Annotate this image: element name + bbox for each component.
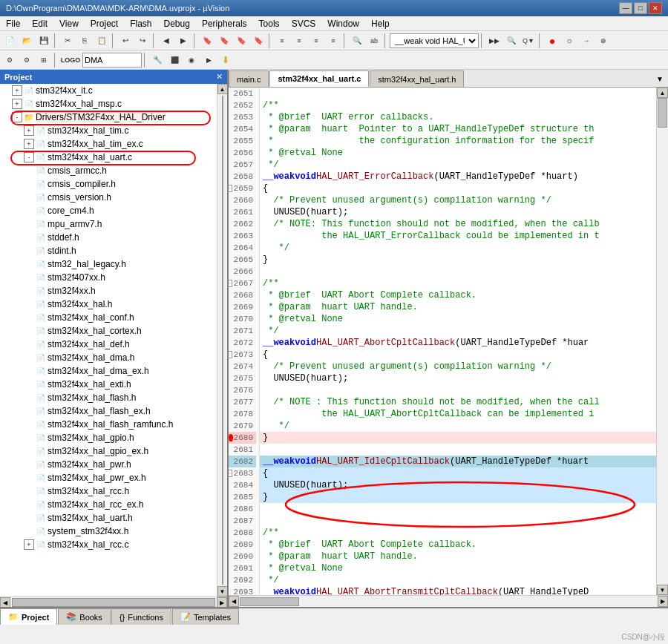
tab-hal-uart-h[interactable]: stm32f4xx_hal_uart.h xyxy=(370,70,464,87)
hscroll-right-arrow[interactable]: ▶ xyxy=(217,597,227,607)
tree-item-hal-gpio-ex[interactable]: 📄 stm32f4xx_hal_gpio_ex.h xyxy=(0,444,217,458)
btab-functions[interactable]: {} Functions xyxy=(111,608,171,625)
expand-icon[interactable]: + xyxy=(12,85,22,96)
menu-view[interactable]: View xyxy=(53,16,85,30)
tree-item-hal-gpio[interactable]: 📄 stm32f4xx_hal_gpio.h xyxy=(0,431,217,444)
minimize-button[interactable]: — xyxy=(619,2,632,14)
tree-item-hal-tim-ex[interactable]: + 📄 stm32f4xx_hal_tim_ex.c xyxy=(0,137,217,151)
collapse-btn-2673[interactable]: - xyxy=(229,351,232,358)
circle-btn[interactable]: ○ xyxy=(561,33,577,49)
tree-item-hal-exti[interactable]: 📄 stm32f4xx_hal_exti.h xyxy=(0,378,217,391)
tree-item-hal-rcc-c[interactable]: + 📄 stm32f4xx_hal_rcc.c xyxy=(0,538,217,551)
arrow-btn[interactable]: → xyxy=(578,33,595,49)
tree-item-hal-flash-ex[interactable]: 📄 stm32f4xx_hal_flash_ex.h xyxy=(0,404,217,418)
btab-books[interactable]: 📚 Books xyxy=(58,608,111,625)
undo-btn[interactable]: ↩ xyxy=(117,33,134,49)
menu-file[interactable]: File xyxy=(0,16,26,30)
cut-btn[interactable]: ✂ xyxy=(59,33,76,49)
target-btn3[interactable]: ⊞ xyxy=(36,52,52,68)
scroll-down-arrow[interactable]: ▼ xyxy=(217,586,228,597)
find-btn[interactable]: 🔍 xyxy=(349,33,365,49)
expand-icon[interactable]: + xyxy=(12,99,22,109)
tree-item-hal-rcc-ex[interactable]: 📄 stm32f4xx_hal_rcc_ex.h xyxy=(0,498,217,511)
search-btn[interactable]: 🔍 xyxy=(503,33,520,49)
copy-btn[interactable]: ⎘ xyxy=(76,33,93,49)
target-btn1[interactable]: ⚙ xyxy=(1,52,18,68)
indent2-btn[interactable]: ≡ xyxy=(291,33,307,49)
tree-item-hal-conf[interactable]: 📄 stm32f4xx_hal_conf.h xyxy=(0,311,217,324)
tree-item-hal-pwr[interactable]: 📄 stm32f4xx_hal_pwr.h xyxy=(0,458,217,471)
save-btn[interactable]: 💾 xyxy=(36,33,52,49)
indent3-btn[interactable]: ≡ xyxy=(308,33,324,49)
menu-help[interactable]: Help xyxy=(365,16,396,30)
code-content[interactable]: /** * @brief UART error callbacks. * @pa… xyxy=(260,88,656,595)
nav-back-btn[interactable]: ◀ xyxy=(158,33,174,49)
paste-btn[interactable]: 📋 xyxy=(94,33,110,49)
chip-btn[interactable]: ⬛ xyxy=(166,52,183,68)
tree-item-stm32f407xx[interactable]: 📄 stm32f407xx.h xyxy=(0,271,217,284)
close-button[interactable]: ✕ xyxy=(649,2,662,14)
extra3-btn[interactable]: Q▼ xyxy=(520,33,537,49)
panel-close-btn[interactable]: ✕ xyxy=(216,72,223,82)
build-btn[interactable]: ▶ xyxy=(200,52,217,68)
menu-project[interactable]: Project xyxy=(85,16,124,30)
chip2-btn[interactable]: ◉ xyxy=(183,52,200,68)
tree-item-hal-msp[interactable]: + 📄 stm32f4xx_hal_msp.c xyxy=(0,97,217,111)
hscroll-thumb[interactable] xyxy=(12,598,215,607)
tree-item-cmsis-version[interactable]: 📄 cmsis_version.h xyxy=(0,191,217,204)
tree-item-hal-dma-ex[interactable]: 📄 stm32f4xx_hal_dma_ex.h xyxy=(0,364,217,378)
tree-item-hal-def[interactable]: 📄 stm32f4xx_hal_def.h xyxy=(0,338,217,351)
extra1-btn[interactable]: ▶▶ xyxy=(486,33,502,49)
tree-item-core-cm4[interactable]: 📄 core_cm4.h xyxy=(0,204,217,217)
tree-item-hal-pwr-ex[interactable]: 📄 stm32f4xx_hal_pwr_ex.h xyxy=(0,471,217,484)
tree-item-hal-uart[interactable]: - 📄 stm32f4xx_hal_uart.c xyxy=(0,151,217,164)
code-scroll-up[interactable]: ▲ xyxy=(657,88,668,98)
tree-item-cmsis-compiler[interactable]: 📄 cmsis_compiler.h xyxy=(0,177,217,191)
code-scroll-thumb[interactable] xyxy=(658,98,667,128)
indent4-btn[interactable]: ≡ xyxy=(325,33,341,49)
expand-icon[interactable]: - xyxy=(12,112,22,122)
replace-btn[interactable]: ab xyxy=(366,33,382,49)
wrench-btn[interactable]: 🔧 xyxy=(149,52,166,68)
expand-icon[interactable]: + xyxy=(24,125,34,136)
collapse-btn-2683[interactable]: - xyxy=(229,470,232,477)
target-name-input[interactable] xyxy=(82,53,142,68)
tab-more-btn[interactable]: ▼ xyxy=(652,70,668,87)
open-btn[interactable]: 📂 xyxy=(19,33,35,49)
tree-item-hal-cortex[interactable]: 📄 stm32f4xx_hal_cortex.h xyxy=(0,324,217,338)
code-hscroll-right[interactable]: ▶ xyxy=(658,596,668,607)
tree-item-stm32f4xx-hal[interactable]: 📄 stm32f4xx_hal.h xyxy=(0,298,217,311)
tree-item-stdint[interactable]: 📄 stdint.h xyxy=(0,244,217,257)
redo-btn[interactable]: ↪ xyxy=(134,33,151,49)
expand-icon[interactable]: + xyxy=(24,139,34,149)
red-stop[interactable]: ● xyxy=(544,33,560,49)
tree-item-hal-tim[interactable]: + 📄 stm32f4xx_hal_tim.c xyxy=(0,124,217,137)
extra5-btn[interactable]: ⊕ xyxy=(595,33,612,49)
bookmark-btn[interactable]: 🔖 xyxy=(199,33,215,49)
tab-hal-uart-c[interactable]: stm32f4xx_hal_uart.c xyxy=(269,70,369,87)
btab-project[interactable]: 📁 Project xyxy=(0,608,57,625)
tree-item-drivers-folder[interactable]: - 📁 Drivers/STM32F4xx_HAL_Driver xyxy=(0,111,217,124)
target-btn2[interactable]: ⚙ xyxy=(19,52,35,68)
tree-item-stddef[interactable]: 📄 stddef.h xyxy=(0,231,217,244)
tree-item-cmsis-armcc[interactable]: 📄 cmsis_armcc.h xyxy=(0,164,217,177)
menu-flash[interactable]: Flash xyxy=(124,16,157,30)
nav-fwd-btn[interactable]: ▶ xyxy=(175,33,191,49)
tree-item-system-stm32f4xx[interactable]: 📄 system_stm32f4xx.h xyxy=(0,525,217,538)
tree-item-stm32f4xx[interactable]: 📄 stm32f4xx.h xyxy=(0,284,217,298)
bookmark3-btn[interactable]: 🔖 xyxy=(233,33,249,49)
scroll-up-arrow[interactable]: ▲ xyxy=(217,84,228,94)
bookmark4-btn[interactable]: 🔖 xyxy=(250,33,266,49)
tree-item-stm32f4it[interactable]: + 📄 stm32f4xx_it.c xyxy=(0,84,217,97)
collapse-btn-2659[interactable]: - xyxy=(229,185,232,192)
tree-item-hal-uart-h[interactable]: 📄 stm32f4xx_hal_uart.h xyxy=(0,511,217,525)
tree-item-hal-rcc[interactable]: 📄 stm32f4xx_hal_rcc.h xyxy=(0,484,217,498)
hscroll-left-arrow[interactable]: ◀ xyxy=(0,597,10,607)
tree-item-hal-flash-ramfunc[interactable]: 📄 stm32f4xx_hal_flash_ramfunc.h xyxy=(0,418,217,431)
code-hscroll-left[interactable]: ◀ xyxy=(229,596,239,607)
expand-icon[interactable]: - xyxy=(24,152,34,162)
tree-item-hal-flash[interactable]: 📄 stm32f4xx_hal_flash.h xyxy=(0,391,217,404)
menu-edit[interactable]: Edit xyxy=(26,16,53,30)
maximize-button[interactable]: □ xyxy=(634,2,647,14)
function-dropdown[interactable]: __weak void HAL_UART_ xyxy=(390,33,479,48)
